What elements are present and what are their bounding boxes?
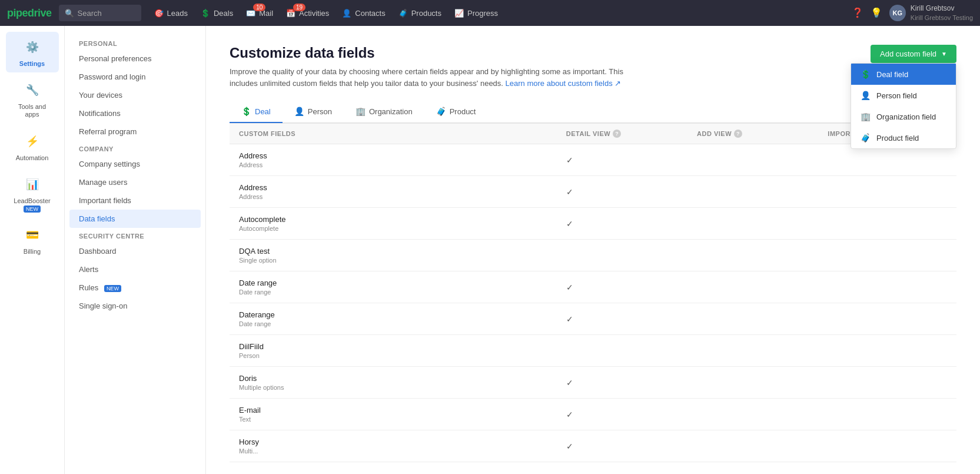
nav-personal-preferences[interactable]: Personal preferences bbox=[65, 49, 205, 68]
table-row: Autocomplete Autocomplete ✓ bbox=[230, 208, 956, 240]
tab-org-icon: 🏢 bbox=[356, 107, 366, 116]
add-check-cell bbox=[687, 176, 818, 208]
org-icon: 🏢 bbox=[861, 112, 871, 121]
table-row: DiilFiild Person bbox=[230, 335, 956, 367]
nav-your-devices[interactable]: Your devices bbox=[65, 86, 205, 104]
table-row: E-mail Text ✓ bbox=[230, 399, 956, 430]
nav-password-login[interactable]: Password and login bbox=[65, 68, 205, 86]
search-icon: 🔍 bbox=[65, 9, 74, 18]
nav-referral-program[interactable]: Referral program bbox=[65, 122, 205, 141]
page-desc: Improve the quality of your data by choo… bbox=[230, 66, 642, 89]
nav-manage-users[interactable]: Manage users bbox=[65, 173, 205, 191]
check-icon: ✓ bbox=[566, 187, 573, 197]
detail-check-cell bbox=[557, 240, 687, 271]
sidebar-item-settings[interactable]: ⚙️ Settings bbox=[6, 32, 59, 72]
nav-company-settings[interactable]: Company settings bbox=[65, 155, 205, 173]
nav-items: 🎯 Leads 💲 Deals ✉️ Mail 10 📅 Activities … bbox=[148, 0, 849, 26]
learn-more-link[interactable]: Learn more about custom fields ↗ bbox=[506, 79, 622, 88]
nav-sso[interactable]: Single sign-on bbox=[65, 297, 205, 315]
tab-person[interactable]: 👤 Person bbox=[283, 101, 344, 123]
billing-icon: 💳 bbox=[22, 224, 43, 246]
important-check-cell bbox=[818, 367, 956, 399]
field-name-cell: Address Address bbox=[230, 144, 557, 176]
check-icon: ✓ bbox=[566, 219, 573, 228]
deal-icon: 💲 bbox=[861, 69, 871, 79]
nav-leads[interactable]: 🎯 Leads bbox=[148, 0, 194, 26]
field-name-cell: Date range Date range bbox=[230, 271, 557, 303]
nav-contacts[interactable]: 👤 Contacts bbox=[336, 0, 391, 26]
sidebar-item-billing[interactable]: 💳 Billing bbox=[6, 220, 59, 260]
tab-deal[interactable]: 💲 Deal bbox=[230, 101, 283, 123]
add-field-dropdown: 💲 Deal field 👤 Person field 🏢 Organizati… bbox=[851, 63, 956, 149]
nav-important-fields[interactable]: Important fields bbox=[65, 191, 205, 210]
sidebar-item-tools[interactable]: 🔧 Tools and apps bbox=[6, 75, 59, 123]
add-check-cell bbox=[687, 208, 818, 240]
table-row: DQA test Single option bbox=[230, 240, 956, 271]
detail-check-cell: ✓ bbox=[557, 430, 687, 462]
logo[interactable]: pipedrive bbox=[7, 7, 52, 19]
left-sidebar: ⚙️ Settings 🔧 Tools and apps ⚡ Automatio… bbox=[0, 26, 65, 474]
add-check-cell bbox=[687, 367, 818, 399]
add-check-cell bbox=[687, 399, 818, 430]
add-view-help-icon[interactable]: ? bbox=[734, 130, 742, 138]
sidebar-item-automation[interactable]: ⚡ Automation bbox=[6, 126, 59, 167]
nav-activities[interactable]: 📅 Activities 19 bbox=[280, 0, 335, 26]
nav-notifications[interactable]: Notifications bbox=[65, 104, 205, 122]
progress-icon: 📈 bbox=[454, 9, 464, 18]
field-name-cell: Horsy Multi... bbox=[230, 430, 557, 462]
nav-mail[interactable]: ✉️ Mail 10 bbox=[240, 0, 279, 26]
section-personal-title: PERSONAL bbox=[65, 35, 205, 49]
custom-fields-table: CUSTOM FIELDS DETAIL VIEW ? ADD VIEW ? bbox=[230, 123, 956, 462]
check-icon: ✓ bbox=[566, 410, 573, 419]
nav-progress[interactable]: 📈 Progress bbox=[449, 0, 504, 26]
field-name-cell: Autocomplete Autocomplete bbox=[230, 208, 557, 240]
nav-deals[interactable]: 💲 Deals bbox=[195, 0, 239, 26]
dropdown-deal-field[interactable]: 💲 Deal field bbox=[851, 64, 956, 85]
mail-badge: 10 bbox=[253, 4, 265, 11]
col-custom-fields: CUSTOM FIELDS bbox=[230, 124, 557, 144]
nav-data-fields[interactable]: Data fields bbox=[69, 210, 201, 228]
important-check-cell bbox=[818, 208, 956, 240]
important-check-cell bbox=[818, 240, 956, 271]
layout: ⚙️ Settings 🔧 Tools and apps ⚡ Automatio… bbox=[0, 0, 980, 474]
nav-dashboard[interactable]: Dashboard bbox=[65, 242, 205, 260]
table-row: Address Address ✓ bbox=[230, 144, 956, 176]
important-check-cell bbox=[818, 399, 956, 430]
sidebar-item-leadbooster[interactable]: 📊 LeadBooster NEW bbox=[6, 169, 59, 217]
rules-badge: NEW bbox=[104, 285, 121, 292]
leadbooster-icon: 📊 bbox=[22, 174, 43, 195]
tab-product[interactable]: 🧳 Product bbox=[424, 101, 488, 123]
dropdown-product-field[interactable]: 🧳 Product field bbox=[851, 127, 956, 148]
detail-view-help-icon[interactable]: ? bbox=[613, 130, 621, 138]
table-body: Address Address ✓ Address Address ✓ bbox=[230, 144, 956, 462]
search-bar[interactable]: 🔍 Search bbox=[59, 5, 141, 21]
important-check-cell bbox=[818, 430, 956, 462]
activities-badge: 19 bbox=[293, 4, 305, 11]
nav-products[interactable]: 🧳 Products bbox=[393, 0, 447, 26]
table-header: CUSTOM FIELDS DETAIL VIEW ? ADD VIEW ? bbox=[230, 124, 956, 144]
important-check-cell bbox=[818, 335, 956, 367]
check-icon: ✓ bbox=[566, 314, 573, 324]
nav-rules[interactable]: Rules NEW bbox=[65, 279, 205, 297]
lightbulb-icon[interactable]: 💡 bbox=[871, 7, 882, 18]
user-menu[interactable]: KG Kirill Grebtsov Kirill Grebtsov Testi… bbox=[889, 4, 973, 22]
help-icon[interactable]: ❓ bbox=[852, 7, 863, 18]
field-name-cell: Address Address bbox=[230, 176, 557, 208]
title-desc-block: Customize data fields Improve the qualit… bbox=[230, 45, 642, 89]
section-company-title: COMPANY bbox=[65, 141, 205, 155]
nav-alerts[interactable]: Alerts bbox=[65, 260, 205, 279]
tools-icon: 🔧 bbox=[22, 79, 43, 101]
automation-icon: ⚡ bbox=[22, 131, 43, 152]
dropdown-organization-field[interactable]: 🏢 Organization field bbox=[851, 106, 956, 127]
tab-organization[interactable]: 🏢 Organization bbox=[344, 101, 424, 123]
detail-check-cell: ✓ bbox=[557, 367, 687, 399]
add-check-cell bbox=[687, 144, 818, 176]
detail-check-cell: ✓ bbox=[557, 144, 687, 176]
settings-icon: ⚙️ bbox=[22, 37, 43, 58]
important-check-cell bbox=[818, 303, 956, 335]
person-icon: 👤 bbox=[861, 91, 871, 100]
chevron-down-icon: ▼ bbox=[941, 51, 947, 57]
dropdown-person-field[interactable]: 👤 Person field bbox=[851, 85, 956, 106]
detail-check-cell bbox=[557, 335, 687, 367]
add-custom-field-button[interactable]: Add custom field ▼ bbox=[871, 45, 956, 63]
